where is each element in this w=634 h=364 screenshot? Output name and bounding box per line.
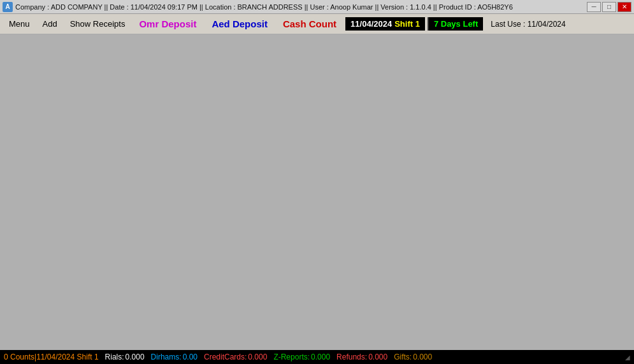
- omr-deposit-button[interactable]: Omr Deposit: [133, 17, 203, 31]
- minimize-button[interactable]: ─: [587, 2, 601, 12]
- date-shift-badge: 11/04/2024 Shift 1: [345, 17, 425, 31]
- menu-item-add[interactable]: Add: [38, 18, 62, 30]
- status-gifts-val: 0.000: [413, 353, 432, 361]
- title-text: Company : ADD COMPANY || Date : 11/04/20…: [15, 3, 513, 11]
- menu-item-show-receipts[interactable]: Show Receipts: [65, 18, 131, 30]
- status-bar: 0 Counts|11/04/2024 Shift 1 Rials: 0.000…: [0, 350, 634, 364]
- resize-grip-icon: ◢: [625, 354, 630, 361]
- app-icon: A: [3, 2, 13, 12]
- restore-button[interactable]: □: [602, 2, 616, 12]
- status-rials-val: 0.000: [126, 353, 145, 361]
- status-zreports-val: 0.000: [311, 353, 330, 361]
- status-dirhams-val: 0.00: [183, 353, 198, 361]
- status-cc-val: 0.000: [248, 353, 267, 361]
- status-zreports-label: Z-Reports:: [273, 353, 310, 361]
- menu-item-menu[interactable]: Menu: [4, 18, 35, 30]
- cash-count-button[interactable]: Cash Count: [277, 17, 343, 31]
- status-cc-label: CreditCards:: [204, 353, 247, 361]
- menu-bar: Menu Add Show Receipts Omr Deposit Aed D…: [0, 14, 634, 34]
- main-content: [0, 34, 634, 350]
- title-bar-left: A Company : ADD COMPANY || Date : 11/04/…: [3, 2, 513, 12]
- shift-display: Shift 1: [394, 19, 420, 29]
- days-left-badge: 7 Days Left: [428, 17, 483, 31]
- aed-deposit-button[interactable]: Aed Deposit: [205, 17, 274, 31]
- status-refunds-label: Refunds:: [336, 353, 367, 361]
- title-bar: A Company : ADD COMPANY || Date : 11/04/…: [0, 0, 634, 14]
- status-refunds-val: 0.000: [368, 353, 387, 361]
- title-bar-buttons: ─ □ ✕: [587, 2, 631, 12]
- status-rials-label: Rials:: [105, 353, 124, 361]
- status-gifts-label: Gifts:: [394, 353, 412, 361]
- date-display: 11/04/2024: [350, 19, 392, 29]
- status-counts: 0 Counts|11/04/2024 Shift 1: [4, 353, 99, 361]
- last-use-label: Last Use : 11/04/2024: [491, 20, 565, 29]
- status-dirhams-label: Dirhams:: [151, 353, 182, 361]
- close-button[interactable]: ✕: [617, 2, 631, 12]
